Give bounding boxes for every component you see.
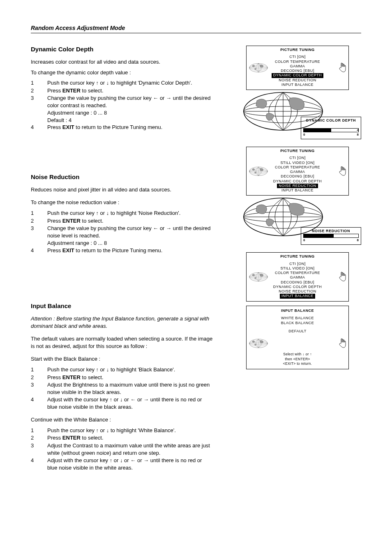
menu-title: PICTURE TUNING (247, 254, 348, 259)
nr-intro: Reduces noise and pixel jitter in all vi… (31, 186, 213, 193)
osd-menu-picture-tuning: PICTURE TUNING CTI [ON] COLOR TEMPERATUR… (246, 46, 349, 90)
menu-item: BLACK BALANCE (247, 320, 348, 325)
slider-min: 0 (303, 238, 305, 242)
page-header: Random Access Adjustment Mode (31, 25, 361, 33)
step-text: Press ENTER to select. (47, 374, 213, 381)
slider-track (303, 234, 359, 238)
menu-item: NOISE REDUCTION (247, 289, 348, 294)
hand-cursor-icon (338, 166, 347, 177)
menu-item: CTI [ON] (247, 156, 348, 160)
step-text: Push the cursor key ↑ or ↓ to highlight … (47, 79, 213, 87)
step-num: 3 (31, 94, 47, 109)
step-num: 4 (31, 457, 47, 471)
slider-max: 8 (357, 238, 359, 242)
step-num: 1 (31, 79, 47, 87)
osd-slider-nr: NOISE REDUCTION 08 (226, 200, 361, 245)
step-text: Change the value by pushing the cursor k… (47, 225, 213, 239)
osd-menu-picture-tuning: PICTURE TUNING CTI [ON] STILL VIDEO [ON]… (246, 252, 349, 301)
step-num: 1 (31, 427, 47, 434)
step-sub: Adjustment range : 0 ... 8 (47, 240, 213, 247)
step-text: Adjust with the cursor key ↑ or ↓ or ← o… (47, 457, 213, 471)
step-num: 3 (31, 381, 47, 396)
globe-icon (249, 58, 268, 77)
step-text: Push the cursor key ↑ or ↓ to highlight … (47, 427, 213, 434)
osd-slider-dcd: DYNAMIC COLOR DEPTH 4 08 (226, 94, 361, 139)
step-num: 3 (31, 442, 47, 456)
osd-menu-picture-tuning: PICTURE TUNING CTI [ON] STILL VIDEO [ON]… (246, 147, 349, 196)
step-num: 1 (31, 210, 47, 217)
illustration-column: PICTURE TUNING CTI [ON] COLOR TEMPERATUR… (226, 46, 361, 474)
slider-title: DYNAMIC COLOR DEPTH (303, 118, 359, 122)
section-title-ib: Input Balance (31, 302, 213, 309)
globe-icon (249, 162, 268, 181)
menu-title: PICTURE TUNING (247, 48, 348, 52)
step-num: 2 (31, 374, 47, 381)
globe-icon (249, 267, 268, 286)
step-num: 4 (31, 124, 47, 131)
step-sub: Default : 4 (47, 117, 213, 124)
menu-item-highlighted: NOISE REDUCTION (277, 184, 318, 188)
step-text: Adjust with the cursor key ↑ or ↓ or ← o… (47, 396, 213, 410)
hand-cursor-icon (338, 338, 347, 349)
dcd-intro: Increases color contrast for all video a… (31, 58, 213, 66)
step-text: Press EXIT to return to the Picture Tuni… (47, 124, 213, 131)
menu-item: INPUT BALANCE (247, 83, 348, 87)
menu-item: DEFAULT (247, 329, 348, 334)
nr-lead: To change the noise reduction value : (31, 199, 213, 206)
slider-max: 8 (357, 133, 359, 136)
step-sub: Adjustment range : 0 ... 8 (47, 109, 213, 117)
step-text: Push the cursor key ↑ or ↓ to highlight … (47, 366, 213, 373)
menu-title: INPUT BALANCE (247, 308, 348, 313)
globe-icon (249, 334, 268, 353)
menu-item: INPUT BALANCE (247, 188, 348, 193)
step-num: 2 (31, 87, 47, 94)
content-column: Dynamic Color Depth Increases color cont… (31, 46, 213, 474)
step-num: 2 (31, 217, 47, 225)
hand-cursor-icon (338, 271, 347, 283)
step-text: Push the cursor key ↑ or ↓ to highlight … (47, 210, 213, 217)
slider-title: NOISE REDUCTION (303, 229, 359, 233)
menu-title: PICTURE TUNING (247, 149, 348, 153)
step-text: Press ENTER to select. (47, 434, 213, 442)
menu-item: CTI [ON] (247, 262, 348, 266)
section-title-nr: Noise Reduction (31, 173, 213, 180)
ib-attention: Attention : Before starting the Input Ba… (31, 315, 213, 329)
step-text: Press EXIT to return to the Picture Tuni… (47, 247, 213, 254)
menu-item-highlighted: DYNAMIC COLOR DEPTH (272, 73, 324, 78)
step-num: 2 (31, 434, 47, 442)
menu-item-highlighted: INPUT BALANCE (280, 294, 315, 298)
osd-menu-input-balance: INPUT BALANCE WHITE BALANCE BLACK BALANC… (246, 306, 349, 369)
step-text: Adjust the Brightness to a maximum value… (47, 381, 213, 396)
step-text: Press ENTER to select. (47, 87, 213, 94)
menu-footer: Select with ↓ or ↑ then <ENTER> <EXIT> t… (247, 352, 348, 366)
step-num: 3 (31, 225, 47, 239)
dcd-lead: To change the dynamic color depth value … (31, 69, 213, 76)
step-num: 4 (31, 247, 47, 254)
step-text: Change the value by pushing the cursor k… (47, 94, 213, 109)
ib-white-lead: Continue with the White Balance : (31, 416, 213, 424)
step-text: Adjust the Contrast to a maximum value u… (47, 442, 213, 456)
ib-intro: The default values are normally loaded w… (31, 335, 213, 350)
hand-cursor-icon (338, 62, 347, 74)
step-num: 1 (31, 366, 47, 373)
section-title-dcd: Dynamic Color Depth (31, 46, 213, 53)
step-num: 4 (31, 396, 47, 410)
menu-item: NOISE REDUCTION (247, 78, 348, 83)
ib-black-lead: Start with the Black Balance : (31, 355, 213, 363)
slider-min: 0 (303, 133, 305, 136)
menu-item: WHITE BALANCE (247, 315, 348, 320)
step-text: Press ENTER to select. (47, 217, 213, 225)
slider-track (303, 128, 359, 132)
